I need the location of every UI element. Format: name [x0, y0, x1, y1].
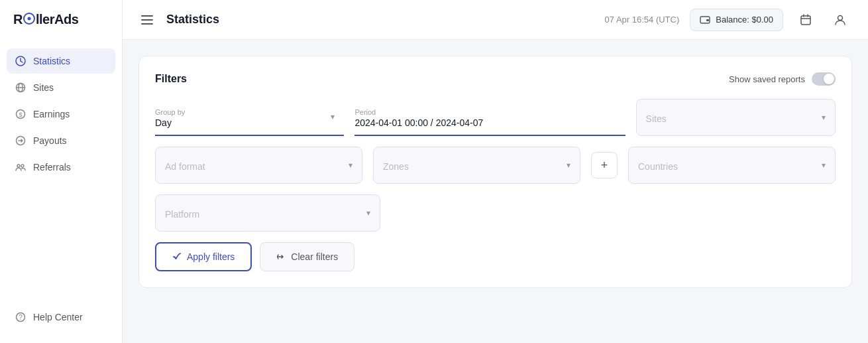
statistics-icon	[15, 55, 27, 67]
sites-icon	[15, 82, 27, 94]
header: Statistics 07 Apr 16:54 (UTC) Balance: $…	[123, 0, 868, 40]
user-button[interactable]	[828, 8, 852, 32]
platform-chevron-icon: ▾	[366, 208, 370, 218]
balance-icon	[700, 15, 710, 25]
calendar-button[interactable]	[794, 8, 818, 32]
filter-row-1: Group by Day ▾ Period 2024-04-01 00:00 /…	[155, 99, 836, 136]
ad-format-chevron-icon: ▾	[349, 161, 353, 170]
zones-select[interactable]: Zones ▾	[373, 147, 580, 184]
logo: RllerAds	[0, 0, 122, 43]
svg-point-7	[17, 165, 20, 167]
balance-button[interactable]: Balance: $0.00	[690, 9, 783, 31]
logo-icon	[23, 13, 35, 25]
main: Statistics 07 Apr 16:54 (UTC) Balance: $…	[123, 0, 868, 343]
svg-text:?: ?	[19, 314, 23, 321]
countries-placeholder: Countries	[638, 161, 808, 172]
page-title: Statistics	[166, 13, 219, 27]
sites-select[interactable]: Sites ▾	[636, 99, 836, 136]
svg-point-14	[838, 15, 843, 20]
apply-icon	[172, 252, 182, 261]
sidebar-item-statistics-label: Statistics	[33, 56, 70, 66]
payouts-icon	[15, 135, 27, 147]
content: Filters Show saved reports Group by Day …	[123, 40, 868, 343]
svg-rect-12	[706, 19, 709, 21]
show-saved-label: Show saved reports	[729, 74, 805, 84]
svg-rect-13	[801, 16, 810, 25]
clear-filters-label: Clear filters	[291, 251, 338, 262]
sidebar-item-referrals[interactable]: Referrals	[7, 155, 115, 180]
platform-select[interactable]: Platform ▾	[155, 194, 380, 232]
sidebar-item-payouts-label: Payouts	[33, 135, 67, 146]
action-row: Apply filters Clear filters	[155, 242, 836, 271]
group-by-chevron-icon: ▾	[331, 112, 335, 121]
period-label: Period	[354, 108, 598, 116]
calendar-icon	[800, 14, 812, 26]
clear-icon	[276, 252, 286, 261]
user-icon	[834, 14, 846, 26]
countries-chevron-icon: ▾	[822, 161, 826, 170]
svg-text:$: $	[19, 111, 22, 118]
sidebar-item-help-center[interactable]: ? Help Center	[7, 305, 115, 330]
balance-label: Balance: $0.00	[716, 15, 773, 25]
filters-header: Filters Show saved reports	[155, 72, 836, 86]
period-select[interactable]: Period 2024-04-01 00:00 / 2024-04-07	[354, 99, 625, 136]
period-value: 2024-04-01 00:00 / 2024-04-07	[354, 117, 598, 128]
platform-placeholder: Platform	[165, 209, 353, 220]
add-filter-button[interactable]: +	[591, 152, 618, 178]
earnings-icon: $	[15, 108, 27, 120]
toggle-knob	[824, 74, 834, 84]
filters-title: Filters	[155, 73, 187, 85]
show-saved-toggle[interactable]	[812, 72, 836, 86]
filter-row-2: Ad format ▾ Zones ▾ + Countries ▾	[155, 147, 836, 184]
sidebar-bottom: ? Help Center	[0, 298, 122, 343]
group-by-label: Group by	[155, 108, 317, 116]
referrals-icon	[15, 161, 27, 173]
ad-format-select[interactable]: Ad format ▾	[155, 147, 362, 184]
show-saved-reports: Show saved reports	[729, 72, 836, 86]
help-icon: ?	[15, 311, 27, 323]
group-by-value: Day	[155, 117, 317, 128]
zones-placeholder: Zones	[383, 161, 553, 172]
header-left: Statistics	[138, 13, 219, 27]
header-right: 07 Apr 16:54 (UTC) Balance: $0.00	[605, 8, 852, 32]
apply-filters-label: Apply filters	[187, 251, 235, 262]
sidebar-item-help-center-label: Help Center	[33, 312, 83, 322]
menu-button[interactable]	[138, 13, 156, 27]
sidebar-item-earnings[interactable]: $ Earnings	[7, 102, 115, 127]
sidebar-item-earnings-label: Earnings	[33, 109, 70, 119]
sites-placeholder: Sites	[646, 113, 808, 124]
plus-icon: +	[601, 159, 608, 172]
svg-point-8	[21, 165, 24, 167]
group-by-select[interactable]: Group by Day ▾	[155, 99, 344, 136]
ad-format-placeholder: Ad format	[165, 161, 335, 172]
apply-filters-button[interactable]: Apply filters	[155, 242, 252, 271]
datetime: 07 Apr 16:54 (UTC)	[605, 15, 680, 25]
sidebar-item-sites[interactable]: Sites	[7, 75, 115, 100]
sidebar: RllerAds Statistics Sites	[0, 0, 123, 343]
filter-row-3: Platform ▾	[155, 194, 836, 232]
sidebar-nav: Statistics Sites $ Earnings	[0, 43, 122, 298]
sidebar-item-statistics[interactable]: Statistics	[7, 48, 115, 74]
filters-card: Filters Show saved reports Group by Day …	[138, 56, 852, 288]
zones-chevron-icon: ▾	[567, 161, 570, 170]
sidebar-item-sites-label: Sites	[33, 82, 54, 93]
logo-text: RllerAds	[13, 12, 78, 27]
sites-chevron-icon: ▾	[822, 113, 826, 122]
clear-filters-button[interactable]: Clear filters	[260, 242, 354, 271]
sidebar-item-payouts[interactable]: Payouts	[7, 128, 115, 153]
sidebar-item-referrals-label: Referrals	[33, 162, 71, 172]
countries-select[interactable]: Countries ▾	[628, 147, 836, 184]
